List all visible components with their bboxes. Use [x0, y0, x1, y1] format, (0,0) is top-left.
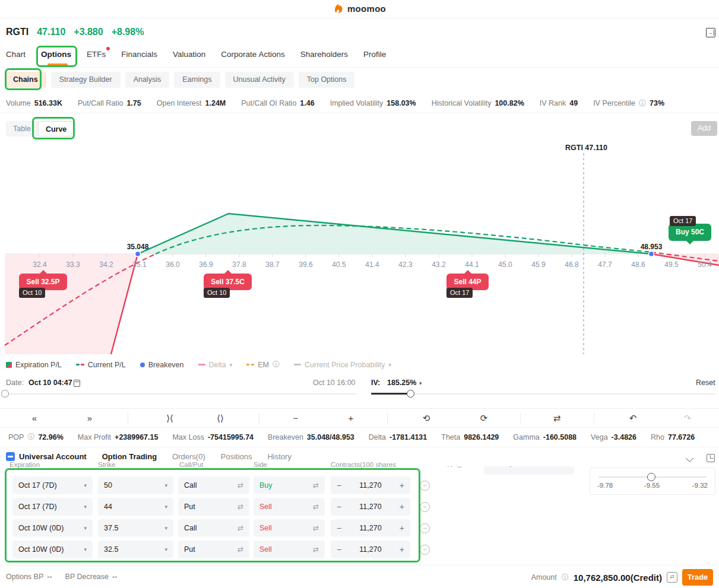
- leg-marker-buy-50c[interactable]: Buy 50C: [669, 224, 711, 241]
- iv-slider-track[interactable]: [411, 393, 715, 395]
- narrow-range-icon[interactable]: ⟩⟨: [163, 412, 177, 425]
- popout-panel-icon[interactable]: [707, 454, 715, 462]
- tab-corporate-actions[interactable]: Corporate Actions: [221, 50, 284, 59]
- tab-option-trading[interactable]: Option Trading: [102, 452, 157, 461]
- callput-toggle[interactable]: Put⇄: [178, 498, 249, 516]
- remove-leg-icon[interactable]: −: [420, 523, 430, 533]
- add-button[interactable]: Add: [691, 121, 717, 136]
- minus-button[interactable]: −: [337, 545, 341, 554]
- minus-button[interactable]: −: [337, 481, 341, 490]
- callput-toggle[interactable]: Call⇄: [178, 476, 249, 494]
- collapse-right-icon[interactable]: »: [83, 412, 97, 425]
- tab-profile[interactable]: Profile: [363, 50, 386, 59]
- tab-positions[interactable]: Positions: [221, 452, 252, 461]
- greek-slider-handle[interactable]: [647, 473, 655, 481]
- tab-shareholders[interactable]: Shareholders: [300, 50, 348, 59]
- tab-history[interactable]: History: [267, 452, 291, 461]
- pl-curve-chart[interactable]: RGTI 47.110 35.048 48.953 32.4 33.3 34.2…: [0, 142, 719, 356]
- undo-icon[interactable]: ↶: [626, 412, 640, 425]
- legend-em[interactable]: EMⓘ: [246, 360, 280, 370]
- quantity-value[interactable]: 11,270: [359, 503, 381, 511]
- strike-select[interactable]: 32.5▾: [98, 541, 173, 558]
- iv-value[interactable]: 185.25%: [387, 379, 416, 387]
- info-icon[interactable]: ⓘ: [27, 432, 34, 442]
- info-icon[interactable]: ⓘ: [562, 573, 569, 583]
- calendar-icon[interactable]: [74, 380, 80, 387]
- clipped-side-field[interactable]: Buy: [484, 466, 574, 475]
- subtab-unusual-activity[interactable]: Unusual Activity: [225, 72, 294, 88]
- tab-chart[interactable]: Chart: [6, 50, 26, 59]
- legend-breakeven[interactable]: Breakeven: [140, 361, 184, 369]
- side-toggle[interactable]: Sell⇄: [254, 498, 325, 516]
- subtab-analysis[interactable]: Analysis: [125, 72, 170, 88]
- plus-button[interactable]: +: [400, 502, 404, 511]
- legend-delta[interactable]: Delta▾: [198, 361, 233, 369]
- info-icon[interactable]: ⓘ: [273, 360, 280, 370]
- remove-leg-icon[interactable]: −: [420, 545, 430, 555]
- subtab-strategy-builder[interactable]: Strategy Builder: [51, 72, 121, 88]
- strike-select[interactable]: 44▾: [98, 498, 173, 516]
- tab-orders[interactable]: Orders(0): [172, 452, 205, 461]
- plus-button[interactable]: +: [400, 481, 404, 490]
- zoom-out-icon[interactable]: −: [289, 412, 303, 425]
- plus-button[interactable]: +: [400, 523, 404, 533]
- widen-range-icon[interactable]: ⟨⟩: [213, 412, 227, 425]
- currency-exchange-icon[interactable]: ⇄: [667, 572, 677, 583]
- breakeven-dot-left[interactable]: [135, 252, 141, 257]
- iv-slider-handle[interactable]: [407, 390, 414, 398]
- legend-expiration-pl[interactable]: Expiration P/L: [6, 361, 62, 369]
- quantity-stepper[interactable]: −11,270+: [331, 498, 410, 516]
- history-back-icon[interactable]: ⟲: [419, 412, 433, 425]
- quantity-stepper[interactable]: −11,270+: [331, 476, 410, 494]
- open-in-sidebar-icon[interactable]: →|: [706, 28, 715, 37]
- date-slider-handle[interactable]: [1, 390, 9, 398]
- subtab-earnings[interactable]: Earnings: [174, 72, 220, 88]
- zoom-in-icon[interactable]: +: [344, 412, 358, 425]
- expiration-select[interactable]: Oct 17 (7D)▾: [12, 498, 93, 516]
- quantity-value[interactable]: 11,270: [359, 481, 381, 490]
- strike-select[interactable]: 37.5▾: [98, 519, 173, 537]
- quantity-value[interactable]: 11,270: [359, 524, 381, 532]
- collapse-left-icon[interactable]: «: [27, 412, 42, 425]
- iv-slider-filled[interactable]: [371, 393, 411, 395]
- minus-button[interactable]: −: [337, 523, 341, 533]
- quantity-stepper[interactable]: −11,270+: [331, 519, 410, 537]
- swap-refresh-icon[interactable]: ⇄: [550, 412, 564, 425]
- chevron-down-icon[interactable]: ▾: [419, 380, 422, 386]
- side-toggle[interactable]: Sell⇄: [254, 541, 325, 558]
- tab-valuation[interactable]: Valuation: [173, 50, 205, 59]
- strike-select[interactable]: 50▾: [98, 476, 173, 494]
- tab-options[interactable]: Options: [41, 50, 71, 59]
- account-selector[interactable]: Universal Account: [6, 452, 87, 461]
- plus-button[interactable]: +: [400, 545, 404, 554]
- quantity-stepper[interactable]: −11,270+: [331, 541, 410, 558]
- toggle-curve[interactable]: Curve: [38, 121, 74, 136]
- quantity-value[interactable]: 11,270: [359, 545, 381, 554]
- breakeven-dot-right[interactable]: [649, 252, 654, 257]
- collapse-panel-icon[interactable]: [686, 454, 693, 462]
- callput-toggle[interactable]: Put⇄: [178, 541, 249, 558]
- history-forward-icon[interactable]: ⟳: [477, 412, 491, 425]
- legend-current-price-probability[interactable]: Current Price Probability▾: [294, 361, 391, 369]
- trade-button[interactable]: Trade: [682, 569, 713, 586]
- legend-current-pl[interactable]: Current P/L: [76, 361, 126, 369]
- info-icon[interactable]: ⓘ: [639, 98, 646, 109]
- redo-icon[interactable]: ↷: [680, 412, 695, 425]
- callput-toggle[interactable]: Call⇄: [178, 519, 249, 537]
- remove-leg-icon[interactable]: −: [420, 502, 430, 512]
- tab-financials[interactable]: Financials: [121, 50, 157, 59]
- date-value[interactable]: Oct 10 04:47: [28, 379, 72, 387]
- toggle-table[interactable]: Table: [6, 121, 38, 136]
- side-toggle[interactable]: Buy⇄: [254, 476, 325, 494]
- subtab-chains[interactable]: Chains: [5, 72, 46, 88]
- expiration-select[interactable]: Oct 17 (7D)▾: [12, 476, 93, 494]
- subtab-top-options[interactable]: Top Options: [299, 72, 355, 88]
- expiration-select[interactable]: Oct 10W (0D)▾: [12, 541, 93, 558]
- remove-leg-icon[interactable]: −: [420, 481, 430, 491]
- tab-etfs[interactable]: ETFs: [87, 50, 106, 59]
- date-slider-track[interactable]: [5, 393, 356, 395]
- side-toggle[interactable]: Sell⇄: [254, 519, 325, 537]
- reset-button[interactable]: Reset: [696, 379, 715, 387]
- minus-button[interactable]: −: [337, 502, 341, 511]
- expiration-select[interactable]: Oct 10W (0D)▾: [12, 519, 93, 537]
